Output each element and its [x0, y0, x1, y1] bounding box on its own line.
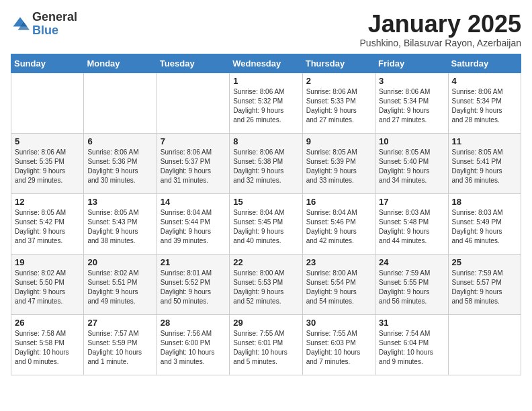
day-cell: 9Sunrise: 8:05 AM Sunset: 5:39 PM Daylig… — [302, 133, 375, 193]
logo-general-text: General — [32, 10, 77, 24]
day-cell: 14Sunrise: 8:04 AM Sunset: 5:44 PM Dayli… — [157, 193, 229, 254]
day-info: Sunrise: 8:06 AM Sunset: 5:32 PM Dayligh… — [233, 87, 298, 125]
week-row-3: 12Sunrise: 8:05 AM Sunset: 5:42 PM Dayli… — [11, 193, 521, 254]
day-number: 13 — [87, 197, 152, 207]
day-number: 7 — [161, 136, 226, 146]
day-cell: 16Sunrise: 8:04 AM Sunset: 5:46 PM Dayli… — [302, 193, 375, 254]
day-cell: 24Sunrise: 7:59 AM Sunset: 5:55 PM Dayli… — [375, 254, 448, 314]
day-cell: 17Sunrise: 8:03 AM Sunset: 5:48 PM Dayli… — [375, 193, 448, 254]
day-cell: 13Sunrise: 8:05 AM Sunset: 5:43 PM Dayli… — [84, 193, 157, 254]
day-cell: 18Sunrise: 8:03 AM Sunset: 5:49 PM Dayli… — [448, 193, 521, 254]
day-cell: 6Sunrise: 8:06 AM Sunset: 5:36 PM Daylig… — [84, 133, 157, 193]
week-row-1: 1Sunrise: 8:06 AM Sunset: 5:32 PM Daylig… — [11, 73, 521, 133]
day-cell: 15Sunrise: 8:04 AM Sunset: 5:45 PM Dayli… — [230, 193, 302, 254]
day-info: Sunrise: 7:58 AM Sunset: 5:58 PM Dayligh… — [15, 329, 80, 367]
day-number: 2 — [306, 76, 371, 86]
day-info: Sunrise: 8:04 AM Sunset: 5:46 PM Dayligh… — [306, 208, 371, 246]
weekday-header-row: SundayMondayTuesdayWednesdayThursdayFrid… — [11, 54, 521, 73]
day-cell: 28Sunrise: 7:56 AM Sunset: 6:00 PM Dayli… — [157, 314, 229, 375]
weekday-header-saturday: Saturday — [448, 54, 521, 73]
day-number: 4 — [452, 76, 517, 86]
day-number: 9 — [306, 136, 371, 146]
day-number: 20 — [87, 257, 152, 267]
day-info: Sunrise: 7:55 AM Sunset: 6:03 PM Dayligh… — [306, 329, 371, 367]
day-number: 11 — [452, 136, 517, 146]
day-number: 12 — [15, 197, 80, 207]
day-info: Sunrise: 7:54 AM Sunset: 6:04 PM Dayligh… — [379, 329, 444, 367]
day-number: 31 — [379, 318, 444, 328]
week-row-4: 19Sunrise: 8:02 AM Sunset: 5:50 PM Dayli… — [11, 254, 521, 314]
weekday-header-monday: Monday — [84, 54, 157, 73]
day-cell: 3Sunrise: 8:06 AM Sunset: 5:34 PM Daylig… — [375, 73, 448, 133]
day-cell — [448, 314, 521, 375]
day-info: Sunrise: 8:05 AM Sunset: 5:39 PM Dayligh… — [306, 148, 371, 185]
day-cell: 27Sunrise: 7:57 AM Sunset: 5:59 PM Dayli… — [84, 314, 157, 375]
logo: General Blue — [11, 11, 77, 38]
day-number: 14 — [161, 197, 226, 207]
weekday-header-friday: Friday — [375, 54, 448, 73]
day-cell: 7Sunrise: 8:06 AM Sunset: 5:37 PM Daylig… — [157, 133, 229, 193]
weekday-header-wednesday: Wednesday — [230, 54, 302, 73]
day-info: Sunrise: 8:04 AM Sunset: 5:45 PM Dayligh… — [233, 208, 298, 246]
day-number: 19 — [15, 257, 80, 267]
weekday-header-sunday: Sunday — [11, 54, 84, 73]
day-info: Sunrise: 8:03 AM Sunset: 5:49 PM Dayligh… — [452, 208, 517, 246]
day-cell: 29Sunrise: 7:55 AM Sunset: 6:01 PM Dayli… — [230, 314, 302, 375]
day-cell — [11, 73, 84, 133]
day-cell — [84, 73, 157, 133]
day-number: 18 — [452, 197, 517, 207]
day-cell: 20Sunrise: 8:02 AM Sunset: 5:51 PM Dayli… — [84, 254, 157, 314]
day-cell — [157, 73, 229, 133]
day-number: 29 — [233, 318, 298, 328]
day-cell: 22Sunrise: 8:00 AM Sunset: 5:53 PM Dayli… — [230, 254, 302, 314]
day-number: 17 — [379, 197, 444, 207]
day-info: Sunrise: 8:05 AM Sunset: 5:42 PM Dayligh… — [15, 208, 80, 246]
month-title: January 2025 — [360, 11, 521, 38]
day-info: Sunrise: 8:06 AM Sunset: 5:35 PM Dayligh… — [15, 148, 80, 185]
day-number: 28 — [161, 318, 226, 328]
day-cell: 21Sunrise: 8:01 AM Sunset: 5:52 PM Dayli… — [157, 254, 229, 314]
location-title: Pushkino, Bilasuvar Rayon, Azerbaijan — [360, 38, 521, 48]
week-row-2: 5Sunrise: 8:06 AM Sunset: 5:35 PM Daylig… — [11, 133, 521, 193]
day-number: 8 — [233, 136, 298, 146]
day-cell: 10Sunrise: 8:05 AM Sunset: 5:40 PM Dayli… — [375, 133, 448, 193]
day-cell: 23Sunrise: 8:00 AM Sunset: 5:54 PM Dayli… — [302, 254, 375, 314]
day-number: 30 — [306, 318, 371, 328]
header: General Blue January 2025 Pushkino, Bila… — [11, 11, 521, 48]
day-cell: 12Sunrise: 8:05 AM Sunset: 5:42 PM Dayli… — [11, 193, 84, 254]
calendar-table: SundayMondayTuesdayWednesdayThursdayFrid… — [11, 54, 521, 375]
day-number: 22 — [233, 257, 298, 267]
day-info: Sunrise: 7:57 AM Sunset: 5:59 PM Dayligh… — [87, 329, 152, 367]
day-info: Sunrise: 8:06 AM Sunset: 5:34 PM Dayligh… — [452, 87, 517, 125]
day-number: 1 — [233, 76, 298, 86]
day-info: Sunrise: 7:59 AM Sunset: 5:57 PM Dayligh… — [452, 269, 517, 306]
day-number: 5 — [15, 136, 80, 146]
day-cell: 5Sunrise: 8:06 AM Sunset: 5:35 PM Daylig… — [11, 133, 84, 193]
day-number: 16 — [306, 197, 371, 207]
day-info: Sunrise: 8:02 AM Sunset: 5:50 PM Dayligh… — [15, 269, 80, 306]
day-cell: 8Sunrise: 8:06 AM Sunset: 5:38 PM Daylig… — [230, 133, 302, 193]
day-info: Sunrise: 8:05 AM Sunset: 5:40 PM Dayligh… — [379, 148, 444, 185]
day-info: Sunrise: 7:56 AM Sunset: 6:00 PM Dayligh… — [161, 329, 226, 367]
day-info: Sunrise: 8:06 AM Sunset: 5:36 PM Dayligh… — [87, 148, 152, 185]
day-info: Sunrise: 8:00 AM Sunset: 5:53 PM Dayligh… — [233, 269, 298, 306]
day-number: 26 — [15, 318, 80, 328]
weekday-header-tuesday: Tuesday — [157, 54, 229, 73]
day-cell: 19Sunrise: 8:02 AM Sunset: 5:50 PM Dayli… — [11, 254, 84, 314]
day-cell: 31Sunrise: 7:54 AM Sunset: 6:04 PM Dayli… — [375, 314, 448, 375]
title-block: January 2025 Pushkino, Bilasuvar Rayon, … — [360, 11, 521, 48]
week-row-5: 26Sunrise: 7:58 AM Sunset: 5:58 PM Dayli… — [11, 314, 521, 375]
logo-icon — [11, 15, 30, 34]
weekday-header-thursday: Thursday — [302, 54, 375, 73]
day-cell: 2Sunrise: 8:06 AM Sunset: 5:33 PM Daylig… — [302, 73, 375, 133]
day-info: Sunrise: 8:03 AM Sunset: 5:48 PM Dayligh… — [379, 208, 444, 246]
day-cell: 1Sunrise: 8:06 AM Sunset: 5:32 PM Daylig… — [230, 73, 302, 133]
day-number: 3 — [379, 76, 444, 86]
day-info: Sunrise: 8:06 AM Sunset: 5:37 PM Dayligh… — [161, 148, 226, 185]
day-number: 27 — [87, 318, 152, 328]
day-cell: 26Sunrise: 7:58 AM Sunset: 5:58 PM Dayli… — [11, 314, 84, 375]
day-info: Sunrise: 7:55 AM Sunset: 6:01 PM Dayligh… — [233, 329, 298, 367]
day-info: Sunrise: 8:06 AM Sunset: 5:34 PM Dayligh… — [379, 87, 444, 125]
day-info: Sunrise: 8:06 AM Sunset: 5:38 PM Dayligh… — [233, 148, 298, 185]
day-cell: 11Sunrise: 8:05 AM Sunset: 5:41 PM Dayli… — [448, 133, 521, 193]
